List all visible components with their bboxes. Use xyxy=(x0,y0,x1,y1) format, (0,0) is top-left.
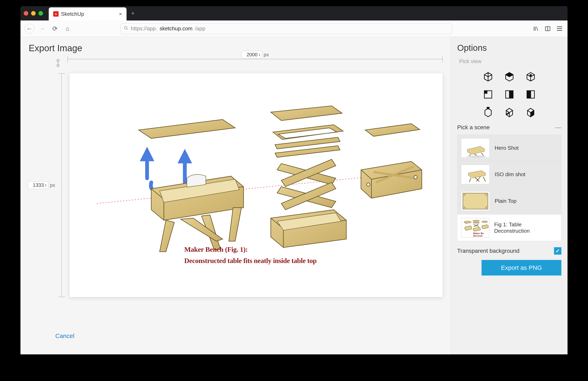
width-value: 2000 xyxy=(243,52,257,58)
height-input-group: 1333 ▴▾ px xyxy=(28,179,55,191)
page-title: Export Image xyxy=(29,43,443,53)
search-icon xyxy=(124,25,128,32)
width-ruler: 2000 ▴▾ px xyxy=(67,55,443,63)
svg-point-28 xyxy=(482,221,487,223)
height-value: 1333 xyxy=(29,182,44,188)
scene-hero-shot[interactable]: Hero Shot xyxy=(457,134,561,161)
scene-thumb: Maker Be Deconstr xyxy=(461,218,489,237)
favicon-icon xyxy=(53,11,59,17)
reload-button[interactable]: ⟳ xyxy=(50,24,60,34)
sidebar-icon[interactable] xyxy=(544,25,551,33)
scene-label: ISO dim shot xyxy=(495,171,525,178)
svg-text:Maker Be: Maker Be xyxy=(473,232,484,235)
library-icon[interactable] xyxy=(532,25,540,33)
svg-text:Deconstr: Deconstr xyxy=(473,235,483,237)
view-bottom-icon[interactable] xyxy=(503,106,516,118)
svg-line-4 xyxy=(537,27,538,31)
caption-line1: Maker Bench (Fig. 1): xyxy=(184,244,317,255)
svg-rect-27 xyxy=(473,223,479,223)
options-title: Options xyxy=(457,43,561,53)
browser-tab[interactable]: SketchUp × xyxy=(49,7,126,21)
aspect-lock-icon[interactable]: ○|○ xyxy=(56,59,60,67)
back-button[interactable]: ← xyxy=(24,24,34,34)
transparent-bg-label: Transparent background xyxy=(457,248,519,254)
svg-line-1 xyxy=(127,29,128,30)
scene-label: Plain Top xyxy=(495,198,517,204)
scene-list: Hero Shot ISO dim shot Plain Top xyxy=(457,134,561,241)
width-input-group: 2000 ▴▾ px xyxy=(238,51,272,59)
view-iso-icon[interactable] xyxy=(482,71,494,83)
svg-point-26 xyxy=(473,220,479,222)
collapse-icon[interactable]: — xyxy=(555,124,561,131)
scene-label: Hero Shot xyxy=(495,145,519,151)
minimize-window-button[interactable] xyxy=(31,11,36,16)
scene-iso-dim[interactable]: ISO dim shot xyxy=(457,161,561,188)
transparent-bg-checkbox[interactable]: ✓ xyxy=(554,247,561,255)
url-prefix: https://app. xyxy=(131,25,157,32)
svg-point-9 xyxy=(414,176,417,179)
view-left-icon[interactable] xyxy=(482,106,494,118)
view-right-icon[interactable] xyxy=(503,88,516,101)
window-controls xyxy=(24,11,43,16)
svg-rect-19 xyxy=(487,107,489,109)
url-path: /app xyxy=(195,25,205,32)
view-iso-alt-icon[interactable] xyxy=(525,71,537,83)
options-panel: Options Pick view Pick a scene — xyxy=(451,37,567,354)
svg-rect-18 xyxy=(527,91,530,97)
scene-thumb xyxy=(461,165,490,184)
view-top-icon[interactable] xyxy=(503,71,516,83)
export-main: Export Image ○|○ 2000 ▴▾ px xyxy=(21,37,451,354)
browser-tabbar: SketchUp × + xyxy=(21,6,567,21)
forward-button[interactable]: → xyxy=(37,24,47,34)
transparent-bg-row: Transparent background ✓ xyxy=(457,247,561,255)
svg-point-0 xyxy=(125,26,127,29)
stepper-icon[interactable]: ▴▾ xyxy=(259,53,260,57)
view-last-icon[interactable] xyxy=(525,106,537,118)
height-input[interactable]: 1333 ▴▾ xyxy=(28,181,48,189)
svg-point-25 xyxy=(464,221,471,223)
app-window: SketchUp × + ← → ⟳ ⌂ https://app.sketchu… xyxy=(21,6,567,354)
address-bar[interactable]: https://app.sketchup.com/app xyxy=(120,23,452,34)
svg-rect-23 xyxy=(463,193,488,209)
svg-rect-15 xyxy=(510,91,512,97)
export-png-button[interactable]: Export as PNG xyxy=(482,260,561,275)
browser-toolbar: ← → ⟳ ⌂ https://app.sketchup.com/app xyxy=(21,21,567,37)
scene-thumb xyxy=(461,138,490,158)
stepper-icon[interactable]: ▴▾ xyxy=(45,183,46,187)
scene-fig1-deconstruction[interactable]: Maker Be Deconstr Fig 1: Table Deconstru… xyxy=(457,214,561,241)
scene-plain-top[interactable]: Plain Top xyxy=(457,188,561,214)
content-area: Export Image ○|○ 2000 ▴▾ px xyxy=(21,37,567,354)
svg-point-8 xyxy=(367,183,370,186)
new-tab-button[interactable]: + xyxy=(129,10,136,17)
browser-right-tools xyxy=(532,25,564,33)
preview-area: ○|○ 2000 ▴▾ px xyxy=(29,55,443,326)
tab-title: SketchUp xyxy=(61,11,117,17)
height-ruler: 1333 ▴▾ px xyxy=(57,73,65,297)
close-window-button[interactable] xyxy=(24,11,28,16)
svg-rect-12 xyxy=(484,91,487,93)
footer: Cancel xyxy=(29,326,443,346)
view-front-icon[interactable] xyxy=(482,88,494,101)
scene-thumb xyxy=(461,191,490,211)
pick-scene-label: Pick a scene xyxy=(457,124,490,131)
cancel-button[interactable]: Cancel xyxy=(55,333,74,339)
pick-scene-header[interactable]: Pick a scene — xyxy=(457,124,561,131)
scene-label: Fig 1: Table Deconstruction xyxy=(494,222,558,234)
height-unit: px xyxy=(50,182,55,188)
close-tab-icon[interactable]: × xyxy=(119,11,122,17)
caption: Maker Bench (Fig. 1): Deconstructed tabl… xyxy=(184,244,317,266)
width-unit: px xyxy=(264,52,269,58)
svg-point-10 xyxy=(530,74,531,76)
preview-canvas: Maker Bench (Fig. 1): Deconstructed tabl… xyxy=(70,73,443,297)
width-input[interactable]: 2000 ▴▾ xyxy=(241,51,262,59)
url-host: sketchup.com xyxy=(160,25,192,32)
views-grid xyxy=(457,71,561,118)
zoom-window-button[interactable] xyxy=(39,11,43,16)
pick-view-label: Pick view xyxy=(459,58,561,65)
menu-button[interactable] xyxy=(556,25,564,33)
svg-point-21 xyxy=(466,156,487,157)
caption-line2: Deconstructed table fits neatly inside t… xyxy=(184,255,317,266)
home-button[interactable]: ⌂ xyxy=(63,24,72,34)
view-back-icon[interactable] xyxy=(525,88,537,101)
